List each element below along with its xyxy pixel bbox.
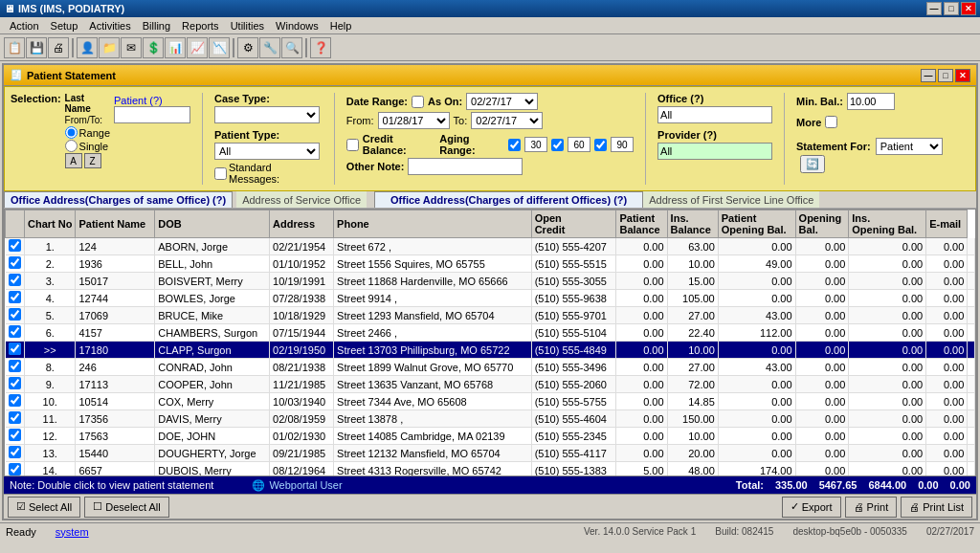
export-button[interactable]: ✓ Export xyxy=(782,497,841,518)
row-email xyxy=(968,462,975,477)
std-messages-check[interactable] xyxy=(214,167,227,180)
close-btn[interactable]: ✕ xyxy=(961,2,976,15)
print-list-button[interactable]: 🖨 Print List xyxy=(901,497,972,518)
print-icon: 🖨 xyxy=(854,501,864,513)
row-checkbox[interactable] xyxy=(9,308,21,321)
toolbar-btn-5[interactable]: 📁 xyxy=(99,37,120,58)
single-radio[interactable] xyxy=(65,140,78,152)
row-checkbox[interactable] xyxy=(9,256,21,269)
table-row[interactable]: 4. 12744 BOWLES, Jorge 07/28/1938 Street… xyxy=(6,290,975,307)
row-checkbox[interactable] xyxy=(9,429,21,441)
table-row[interactable]: 2. 1936 BELL, John 01/10/1952 Street 155… xyxy=(6,255,975,273)
row-phone: (510) 555-4604 xyxy=(531,410,616,428)
as-on-select[interactable]: 02/27/17 xyxy=(466,93,538,110)
deselect-all-button[interactable]: ☐ Deselect All xyxy=(84,497,168,518)
window-close-btn[interactable]: ✕ xyxy=(955,69,970,82)
table-row[interactable]: 10. 10514 COX, Merry 10/03/1940 Street 7… xyxy=(6,393,975,410)
table-row[interactable]: 5. 17069 BRUCE, Mike 10/18/1929 Street 1… xyxy=(6,307,975,324)
toolbar-btn-1[interactable]: 📋 xyxy=(4,37,25,58)
patient-input[interactable] xyxy=(114,106,190,123)
window-minimize-btn[interactable]: — xyxy=(921,69,936,82)
more-label: More xyxy=(796,117,821,128)
table-row[interactable]: >> 17180 CLAPP, Surgon 02/19/1950 Street… xyxy=(6,342,975,359)
table-row[interactable]: 3. 15017 BOISVERT, Merry 10/19/1991 Stre… xyxy=(6,273,975,290)
row-open-credit: 0.00 xyxy=(616,290,667,307)
toolbar-btn-13[interactable]: 🔍 xyxy=(281,37,302,58)
toolbar-btn-2[interactable]: 💾 xyxy=(26,37,47,58)
row-address: Street 13703 Phillipsburg, MO 65722 xyxy=(334,342,532,359)
minimize-btn[interactable]: — xyxy=(926,2,942,15)
addr-tab-1[interactable]: Office Address(Charges of same Office) (… xyxy=(4,191,233,208)
row-checkbox[interactable] xyxy=(9,394,21,407)
table-row[interactable]: 14. 6657 DUBOIS, Merry 08/12/1964 Street… xyxy=(6,462,975,477)
toolbar-btn-11[interactable]: ⚙ xyxy=(237,37,258,58)
aging-30-check[interactable] xyxy=(508,139,521,151)
row-address: Street 2466 , xyxy=(334,324,532,342)
row-chart: 15017 xyxy=(76,273,155,290)
row-checkbox[interactable] xyxy=(9,411,21,424)
toolbar-btn-12[interactable]: 🔧 xyxy=(259,37,280,58)
table-row[interactable]: 13. 15440 DOUGHERTY, Jorge 09/21/1985 St… xyxy=(6,445,975,462)
menu-billing[interactable]: Billing xyxy=(137,19,176,33)
row-checkbox[interactable] xyxy=(9,343,21,355)
from-date-select[interactable]: 01/28/17 xyxy=(378,112,450,129)
a-btn[interactable]: A xyxy=(65,153,82,168)
menu-help[interactable]: Help xyxy=(324,19,358,33)
row-checkbox[interactable] xyxy=(9,291,21,303)
window-maximize-btn[interactable]: □ xyxy=(938,69,953,82)
toolbar-btn-6[interactable]: ✉ xyxy=(121,37,142,58)
menu-windows[interactable]: Windows xyxy=(270,19,324,33)
date-range-check[interactable] xyxy=(412,96,424,108)
row-checkbox[interactable] xyxy=(9,463,21,476)
row-checkbox[interactable] xyxy=(9,239,21,252)
statement-for-select[interactable]: Patient xyxy=(876,138,943,155)
other-note-input[interactable] xyxy=(408,158,523,175)
credit-balance-check[interactable] xyxy=(346,139,359,151)
status-system[interactable]: system xyxy=(56,526,89,538)
divider-1 xyxy=(202,93,203,185)
min-bal-input[interactable] xyxy=(847,93,895,110)
menu-setup[interactable]: Setup xyxy=(45,19,84,33)
toolbar-btn-8[interactable]: 📊 xyxy=(165,37,186,58)
row-checkbox[interactable] xyxy=(9,325,21,338)
print-button[interactable]: 🖨 Print xyxy=(845,497,898,518)
z-btn[interactable]: Z xyxy=(84,153,101,168)
row-chart: 6657 xyxy=(76,462,155,477)
range-radio[interactable] xyxy=(65,126,78,139)
menu-activities[interactable]: Activities xyxy=(83,19,136,33)
select-all-button[interactable]: ☑ Select All xyxy=(8,497,80,518)
table-row[interactable]: 1. 124 ABORN, Jorge 02/21/1954 Street 67… xyxy=(6,238,975,255)
menu-utilities[interactable]: Utilities xyxy=(225,19,270,33)
to-date-select[interactable]: 02/27/17 xyxy=(471,112,543,129)
table-row[interactable]: 9. 17113 COOPER, John 11/21/1985 Street … xyxy=(6,376,975,393)
maximize-btn[interactable]: □ xyxy=(944,2,959,15)
toolbar-btn-10[interactable]: 📉 xyxy=(209,37,230,58)
toolbar-btn-7[interactable]: 💲 xyxy=(143,37,164,58)
patient-type-select[interactable]: All xyxy=(214,143,320,160)
toolbar-btn-9[interactable]: 📈 xyxy=(187,37,208,58)
office-input[interactable] xyxy=(657,106,772,123)
row-checkbox[interactable] xyxy=(9,360,21,372)
menu-reports[interactable]: Reports xyxy=(176,19,225,33)
addr-tab-2[interactable]: Office Address(Charges of different Offi… xyxy=(374,191,643,208)
provider-input[interactable] xyxy=(657,143,772,160)
toolbar-btn-4[interactable]: 👤 xyxy=(77,37,98,58)
aging-60-check[interactable] xyxy=(551,139,564,151)
table-row[interactable]: 6. 4157 CHAMBERS, Surgon 07/15/1944 Stre… xyxy=(6,324,975,342)
table-row[interactable]: 11. 17356 DAVIS, Merry 02/08/1959 Street… xyxy=(6,410,975,428)
toolbar-btn-14[interactable]: ❓ xyxy=(310,37,331,58)
row-checkbox[interactable] xyxy=(9,446,21,458)
table-row[interactable]: 12. 17563 DOE, JOHN 01/02/1930 Street 14… xyxy=(6,428,975,445)
aging-90-check[interactable] xyxy=(594,139,607,151)
row-num: 6. xyxy=(25,324,76,342)
table-row[interactable]: 8. 246 CONRAD, John 08/21/1938 Street 18… xyxy=(6,359,975,376)
row-checkbox[interactable] xyxy=(9,377,21,389)
refresh-btn[interactable]: 🔄 xyxy=(800,155,825,173)
toolbar-btn-3[interactable]: 🖨 xyxy=(48,37,69,58)
row-email xyxy=(968,410,975,428)
case-type-select[interactable] xyxy=(214,106,320,123)
menu-action[interactable]: Action xyxy=(4,19,45,33)
patient-link[interactable]: Patient (?) xyxy=(114,95,190,106)
more-check[interactable] xyxy=(825,116,837,128)
row-checkbox[interactable] xyxy=(9,274,21,286)
